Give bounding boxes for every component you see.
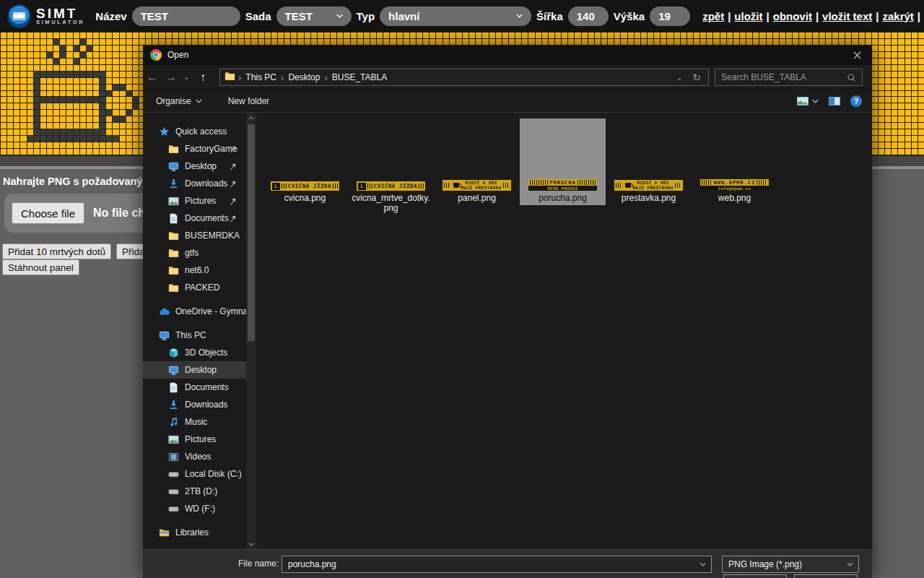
sidebar-item-desktop[interactable]: Desktop <box>143 361 246 379</box>
breadcrumb[interactable]: ›This PC›Desktop›BUSE_TABLA ⌄ ↻ <box>219 69 709 86</box>
forward-icon[interactable]: → <box>162 72 180 83</box>
thumb-text: MIMO PROVOZ <box>548 186 578 191</box>
monitor-icon <box>159 330 170 341</box>
file-item-cvicna-png[interactable]: LCVIČNÁ JÍZDAcvicna.png <box>262 118 348 205</box>
sidebar-item-downloads[interactable]: Downloads <box>143 175 246 192</box>
breadcrumb-separator-icon: › <box>324 72 327 83</box>
sidebar-item-local-disk-c[interactable]: Local Disk (C:) <box>143 465 246 483</box>
typ-select[interactable]: hlavní <box>380 7 531 26</box>
sidebar-item-downloads[interactable]: Downloads <box>143 396 246 413</box>
sidebar-item-factorygame[interactable]: FactoryGame <box>143 140 246 158</box>
sidebar-item-wd-f[interactable]: WD (F:) <box>143 500 246 517</box>
sidebar-item-3d-objects[interactable]: 3D Objects <box>143 344 246 361</box>
sidebar-item-pictures[interactable]: Pictures <box>143 192 246 210</box>
field-label-v-ka: Výška <box>614 10 645 22</box>
link-obnovit[interactable]: obnovit <box>773 10 812 22</box>
sidebar-item-gtfs[interactable]: gtfs <box>143 244 246 262</box>
sidebar-item-documents[interactable]: Documents <box>143 210 246 227</box>
sidebar-item-net6-0[interactable]: net6.0 <box>143 262 246 279</box>
sidebar-item-documents[interactable]: Documents <box>143 379 246 396</box>
cup-icon <box>453 183 459 188</box>
link-zp-t[interactable]: zpět <box>702 10 724 22</box>
file-item-cvicna-mrtve-dotky-png[interactable]: LCVIČNÁ JÍZDAcvicna_mrtve_dotky.png <box>348 118 434 215</box>
pin-icon <box>229 162 237 171</box>
file-name-input[interactable] <box>282 559 694 569</box>
sidebar-item-desktop[interactable]: Desktop <box>143 158 246 175</box>
sidebar-item-this-pc[interactable]: This PC <box>143 327 246 344</box>
sidebar-scrollbar[interactable] <box>246 113 256 549</box>
file-item-prestavka-png[interactable]: ŘIDIČ A VŮZMAJÍ PŘESTÁVKUprestavka.png <box>606 118 692 205</box>
link-ulo-it[interactable]: uložit <box>734 10 762 22</box>
sidebar-item-label: Desktop <box>185 161 217 171</box>
sidebar-item-label: gtfs <box>185 248 199 258</box>
breadcrumb-item-buse-tabla[interactable]: BUSE_TABLA <box>329 72 390 82</box>
back-icon[interactable]: ← <box>143 72 162 83</box>
sidebar-item-pictures[interactable]: Pictures <box>143 431 246 448</box>
sidebar-item-libraries[interactable]: Libraries <box>143 524 246 541</box>
sidebar-item-music[interactable]: Music <box>143 413 246 431</box>
scroll-down-icon[interactable] <box>246 539 256 549</box>
preview-pane-icon[interactable] <box>829 97 840 105</box>
up-icon[interactable]: ↑ <box>192 72 214 83</box>
link-zakr-t[interactable]: zakrýt <box>882 10 913 22</box>
document-icon <box>168 213 179 224</box>
field-label-n-zev: Název <box>95 10 126 22</box>
n-zev-input[interactable]: TEST <box>132 7 240 26</box>
breadcrumb-item-this-pc[interactable]: This PC <box>243 72 279 82</box>
sidebar-item-label: Downloads <box>185 178 227 189</box>
breadcrumb-separator-icon: › <box>281 72 284 83</box>
address-dropdown-icon[interactable]: ⌄ <box>672 74 687 82</box>
toolbar-fields: NázevTESTSadaTESTTyphlavníŠířka140Výška1… <box>95 7 690 26</box>
l-badge: L <box>272 183 280 190</box>
st-hnout-panel-button[interactable]: Stáhnout panel <box>2 259 79 275</box>
file-type-select[interactable]: PNG Image (*.png) <box>722 556 859 573</box>
file-label: prestavka.png <box>622 193 676 205</box>
organise-button[interactable]: Organise <box>149 96 209 106</box>
scroll-up-icon[interactable] <box>246 113 256 123</box>
recent-locations-icon[interactable]: ⌄ <box>180 74 192 81</box>
sidebar-group-label: OneDrive - Gymna <box>175 306 246 316</box>
cancel-button-partial[interactable] <box>794 574 858 578</box>
open-button-partial[interactable] <box>723 574 787 578</box>
dialog-titlebar[interactable]: Open <box>143 45 872 65</box>
file-item-porucha-png[interactable]: PORUCHAMIMO PROVOZporucha.png <box>520 118 606 205</box>
sidebar-item-packed[interactable]: PACKED <box>143 279 246 296</box>
field-value: 140 <box>577 10 595 22</box>
chevron-down-icon[interactable] <box>694 562 711 566</box>
cube-icon <box>168 348 179 358</box>
sidebar-item-quick-access[interactable]: Quick access <box>143 123 246 140</box>
choose-file-button[interactable]: Choose file <box>12 202 84 224</box>
sidebar-item-onedrive-gymna[interactable]: OneDrive - Gymna <box>143 303 246 320</box>
pin-icon <box>229 144 237 153</box>
sada-select[interactable]: TEST <box>276 7 352 26</box>
file-item-web-png[interactable]: WWW.DPMB.CZinfo@dpmb.czweb.png <box>692 118 777 205</box>
sidebar-item-2tb-d[interactable]: 2TB (D:) <box>143 483 246 500</box>
close-icon <box>853 51 861 59</box>
breadcrumb-item-desktop[interactable]: Desktop <box>285 72 323 82</box>
link-vlo-it-text[interactable]: vložit text <box>822 10 872 22</box>
close-button[interactable] <box>845 45 869 65</box>
view-thumbnails-button[interactable] <box>797 97 819 105</box>
dialog-command-bar: Organise New folder ? <box>143 90 872 113</box>
ka-input[interactable]: 140 <box>568 7 609 26</box>
refresh-icon[interactable]: ↻ <box>689 72 704 83</box>
p-idat-10-mrtv-ch-dot-button[interactable]: Přidat 10 mrtvých dotů <box>2 243 111 259</box>
scrollbar-thumb[interactable] <box>248 124 255 341</box>
thumb-text: WWW.DPMB.CZ <box>714 180 755 186</box>
picture-icon <box>168 196 179 207</box>
file-label: cvicna.png <box>284 193 326 205</box>
dialog-footer: File name: PNG Image (*.png) <box>143 549 872 578</box>
pin-icon <box>229 214 237 223</box>
new-folder-button[interactable]: New folder <box>221 96 276 106</box>
file-list: LCVIČNÁ JÍZDAcvicna.pngLCVIČNÁ JÍZDAcvic… <box>256 113 872 549</box>
help-icon[interactable]: ? <box>850 95 862 107</box>
thumbnail-view-icon <box>797 97 808 105</box>
file-item-panel-png[interactable]: ŘIDIČ A VŮZMAJÍ PŘESTÁVKUpanel.png <box>434 118 520 205</box>
v-ka-input[interactable]: 19 <box>650 7 690 26</box>
monitor-icon <box>168 365 179 376</box>
music-icon <box>168 417 179 428</box>
sidebar-item-busemrdka[interactable]: BUSEMRDKA <box>143 227 246 244</box>
sidebar-item-videos[interactable]: Videos <box>143 448 246 465</box>
thumbnail-porucha: PORUCHAMIMO PROVOZ <box>528 179 597 191</box>
search-input[interactable] <box>715 72 847 82</box>
